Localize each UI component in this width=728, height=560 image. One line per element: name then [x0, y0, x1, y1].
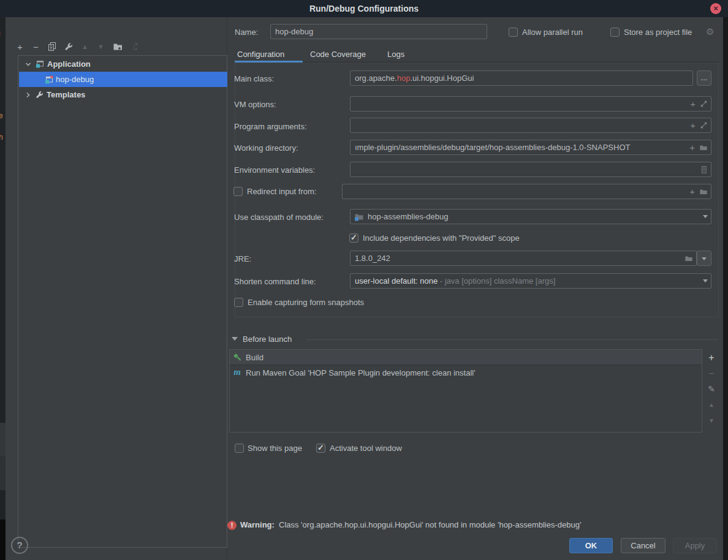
expand-icon[interactable] [700, 100, 708, 108]
before-launch-add-icon[interactable]: + [705, 352, 718, 363]
help-button[interactable]: ? [11, 537, 28, 554]
add-icon[interactable]: + [689, 140, 695, 154]
use-classpath-label: Use classpath of module: [234, 213, 324, 222]
before-launch-list: Build m Run Maven Goal 'HOP Sample Plugi… [229, 349, 702, 433]
move-up-icon[interactable]: ▲ [80, 42, 90, 52]
background-text: h [0, 133, 3, 142]
tab-logs[interactable]: Logs [387, 50, 404, 59]
program-arguments-label: Program arguments: [234, 122, 307, 131]
before-launch-remove-icon[interactable]: − [705, 368, 718, 379]
tree-item-label: hop-debug [56, 75, 94, 84]
background-editor-strip [723, 17, 728, 560]
store-as-project-file-checkbox[interactable] [610, 28, 620, 37]
background-text: i [0, 29, 1, 38]
main-class-label: Main class: [234, 74, 274, 83]
maven-icon: m [232, 368, 242, 377]
tree-group-templates[interactable]: Templates [19, 87, 227, 102]
store-as-project-file-label: Store as project file [624, 28, 692, 37]
copy-configuration-icon[interactable] [47, 42, 57, 52]
ok-button[interactable]: OK [569, 538, 613, 553]
background-editor-strip: i e h [0, 17, 6, 560]
before-launch-collapse-icon[interactable] [232, 337, 238, 341]
background-toolwindow-block [0, 423, 6, 456]
jre-dropdown-button[interactable] [697, 251, 711, 266]
background-text: e [0, 112, 3, 120]
jre-combobox[interactable]: 1.8.0_242 [350, 251, 697, 266]
chevron-down-icon[interactable] [703, 215, 708, 218]
environment-variables-input[interactable] [350, 162, 711, 177]
activate-tool-window-label: Activate tool window [330, 444, 402, 453]
include-provided-checkbox[interactable] [349, 233, 358, 243]
cancel-button[interactable]: Cancel [621, 538, 665, 553]
remove-configuration-button[interactable]: − [31, 42, 41, 52]
edit-defaults-wrench-icon[interactable] [63, 42, 74, 52]
folder-icon[interactable] [684, 254, 693, 263]
tree-group-label: Application [47, 59, 91, 69]
list-icon[interactable] [700, 165, 708, 174]
allow-parallel-run-checkbox[interactable] [509, 28, 518, 37]
build-hammer-icon [232, 352, 242, 362]
templates-wrench-icon [35, 90, 44, 99]
apply-button-disabled[interactable]: Apply [673, 538, 717, 553]
gear-icon[interactable]: ⚙ [706, 26, 714, 37]
warning-text: Class 'org.apache.hop.ui.hopgui.HopGui' … [279, 520, 581, 529]
enable-snapshots-label: Enable capturing form snapshots [248, 298, 364, 308]
use-classpath-combobox[interactable]: hop-assemblies-debug [350, 209, 711, 224]
tree-item-hop-debug-selected[interactable]: hop-debug [19, 72, 227, 87]
before-launch-item-build[interactable]: Build [230, 350, 702, 365]
enable-snapshots-checkbox[interactable] [234, 298, 243, 307]
sort-alphabetically-icon[interactable]: ↓az [129, 42, 139, 52]
vm-options-input[interactable]: + [350, 96, 711, 112]
add-icon[interactable]: + [690, 97, 696, 111]
show-this-page-checkbox[interactable] [235, 444, 244, 453]
dialog-titlebar: Run/Debug Configurations [0, 0, 728, 17]
configurations-sidebar: + − ▲ ▼ ↓az Application hop-debug [6, 17, 227, 560]
background-dark-block [0, 520, 6, 560]
chevron-right-icon[interactable] [23, 90, 33, 100]
main-class-input[interactable]: org.apache.hop.ui.hopgui.HopGui [350, 70, 693, 86]
include-provided-label: Include dependencies with "Provided" sco… [363, 233, 520, 243]
jre-label: JRE: [234, 254, 251, 263]
warning-icon: ! [227, 521, 237, 530]
dialog-title: Run/Debug Configurations [0, 0, 728, 17]
before-launch-item-label: Run Maven Goal 'HOP Sample Plugin develo… [246, 368, 476, 377]
before-launch-edit-pencil-icon[interactable]: ✎ [705, 384, 718, 394]
environment-variables-label: Environment variables: [234, 165, 315, 175]
tab-configuration[interactable]: Configuration [237, 50, 284, 59]
chevron-down-icon[interactable] [23, 59, 33, 69]
before-launch-move-up-icon[interactable]: ▲ [705, 401, 718, 408]
warning-prefix: Warning: [240, 520, 275, 529]
folder-icon[interactable] [699, 143, 708, 152]
vm-options-label: VM options: [234, 100, 276, 109]
shorten-command-line-combobox[interactable]: user-local default: none - java [options… [350, 273, 711, 289]
add-configuration-button[interactable]: + [15, 42, 25, 52]
activate-tool-window-checkbox[interactable] [316, 444, 325, 453]
before-launch-title: Before launch [243, 335, 292, 344]
shorten-command-line-label: Shorten command line: [234, 277, 316, 286]
before-launch-separator [306, 339, 718, 340]
add-icon[interactable]: + [689, 184, 695, 199]
folder-icon[interactable] [699, 187, 708, 196]
expand-icon[interactable] [700, 121, 708, 129]
application-icon [35, 59, 45, 69]
chevron-down-icon[interactable] [703, 279, 708, 282]
browse-main-class-button[interactable]: ... [697, 70, 711, 86]
redirect-input-checkbox[interactable] [233, 187, 243, 196]
create-folder-icon[interactable] [112, 42, 123, 52]
show-this-page-label: Show this page [248, 444, 302, 453]
background-toolwindow-block [0, 456, 6, 490]
add-icon[interactable]: + [690, 118, 696, 132]
before-launch-item-maven[interactable]: m Run Maven Goal 'HOP Sample Plugin deve… [230, 365, 702, 380]
program-arguments-input[interactable]: + [350, 118, 711, 133]
before-launch-move-down-icon[interactable]: ▼ [705, 417, 718, 424]
move-down-icon[interactable]: ▼ [96, 42, 106, 52]
tree-group-application[interactable]: Application [19, 56, 227, 72]
close-icon[interactable]: × [710, 3, 721, 14]
tab-code-coverage[interactable]: Code Coverage [310, 50, 366, 59]
name-input[interactable]: hop-debug [270, 24, 487, 39]
redirect-input-from-input[interactable]: + [342, 184, 711, 199]
before-launch-item-label: Build [246, 353, 264, 362]
module-icon [354, 212, 364, 222]
working-directory-input[interactable]: ımple-plugin/assemblies/debug/target/hop… [350, 140, 711, 155]
redirect-input-label: Redirect input from: [247, 187, 316, 197]
